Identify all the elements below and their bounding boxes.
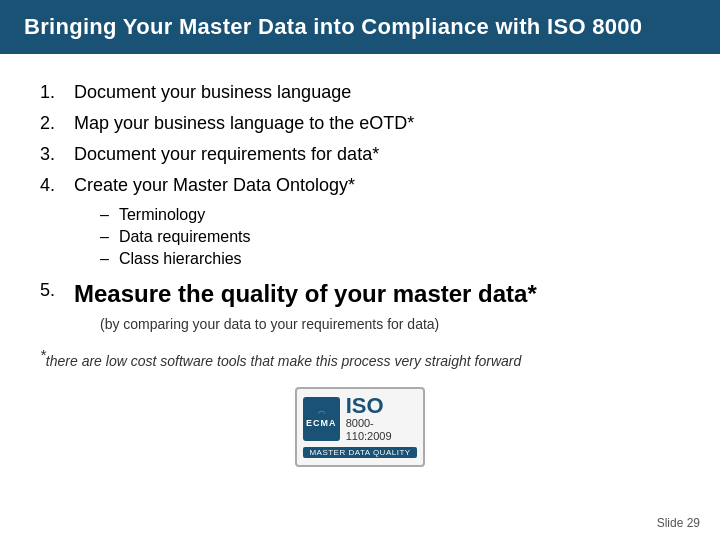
list-item-3: 3. Document your requirements for data* <box>40 144 680 165</box>
list-text-5: Measure the quality of your master data* <box>74 280 537 308</box>
ecma-arc: ◠ <box>318 409 325 418</box>
badge-subtitle: MASTER DATA QUALITY <box>303 447 417 458</box>
list-text-4: Create your Master Data Ontology* <box>74 175 355 196</box>
list-num-1: 1. <box>40 82 74 103</box>
badge-container: ◠ ECMA ISO 8000-110:2009 MASTER DATA QUA… <box>40 387 680 467</box>
main-list: 1. Document your business language 2. Ma… <box>40 82 680 196</box>
sub-item-terminology: – Terminology <box>100 206 680 224</box>
sub-item-data-requirements: – Data requirements <box>100 228 680 246</box>
dash-1: – <box>100 206 109 224</box>
badge-iso-label: ISO <box>346 395 384 417</box>
ecma-text: ECMA <box>306 418 337 429</box>
sub-text-class-hierarchies: Class hierarchies <box>119 250 242 268</box>
sub-item-class-hierarchies: – Class hierarchies <box>100 250 680 268</box>
list-item-2: 2. Map your business language to the eOT… <box>40 113 680 134</box>
header: Bringing Your Master Data into Complianc… <box>0 0 720 54</box>
list-item-4: 4. Create your Master Data Ontology* <box>40 175 680 196</box>
sub-note: (by comparing your data to your requirem… <box>100 316 680 332</box>
sub-list: – Terminology – Data requirements – Clas… <box>100 206 680 268</box>
list-num-3: 3. <box>40 144 74 165</box>
list-num-5: 5. <box>40 280 74 301</box>
list-num-4: 4. <box>40 175 74 196</box>
badge-logo: ◠ ECMA ISO 8000-110:2009 <box>303 395 417 443</box>
dash-2: – <box>100 228 109 246</box>
sub-text-data-requirements: Data requirements <box>119 228 251 246</box>
list-num-2: 2. <box>40 113 74 134</box>
ecma-logo: ◠ ECMA <box>303 397 340 441</box>
header-title: Bringing Your Master Data into Complianc… <box>24 14 642 39</box>
list-text-3: Document your requirements for data* <box>74 144 379 165</box>
list-text-1: Document your business language <box>74 82 351 103</box>
badge-number: 8000-110:2009 <box>346 417 417 443</box>
dash-3: – <box>100 250 109 268</box>
slide-number: Slide 29 <box>657 516 700 530</box>
list-item-1: 1. Document your business language <box>40 82 680 103</box>
list-text-2: Map your business language to the eOTD* <box>74 113 414 134</box>
list-item-5: 5. Measure the quality of your master da… <box>40 280 680 308</box>
badge-right: ISO 8000-110:2009 <box>346 395 417 443</box>
iso-badge: ◠ ECMA ISO 8000-110:2009 MASTER DATA QUA… <box>295 387 425 467</box>
footnote-text: there are low cost software tools that m… <box>46 353 521 369</box>
sub-text-terminology: Terminology <box>119 206 205 224</box>
footnote: *there are low cost software tools that … <box>40 346 680 369</box>
sub-section: – Terminology – Data requirements – Clas… <box>100 206 680 268</box>
